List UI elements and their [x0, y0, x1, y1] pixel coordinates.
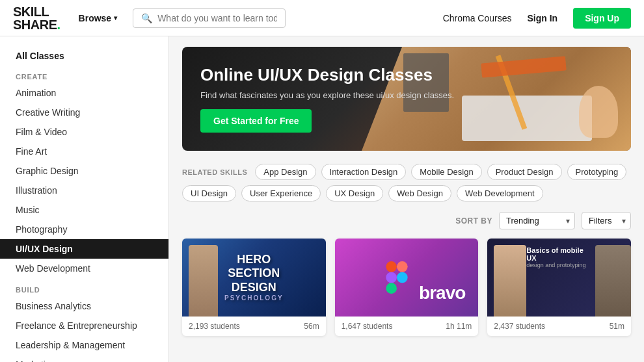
main-content: Online UI/UX Design Classes Find what fa… [169, 36, 644, 362]
signup-button[interactable]: Sign Up [573, 8, 631, 29]
signin-button[interactable]: Sign In [527, 13, 557, 23]
card-thumbnail-3: Basics of mobile UX design and prototypi… [487, 239, 631, 317]
svg-rect-3 [386, 283, 397, 294]
skill-tag-ux-design[interactable]: UX Design [326, 185, 383, 201]
sidebar-item-animation[interactable]: Animation [0, 83, 168, 103]
card-duration-2: 1h 11m [446, 322, 472, 331]
search-input[interactable] [157, 13, 277, 23]
sidebar-all-classes[interactable]: All Classes [0, 47, 168, 65]
course-card-1[interactable]: HERO SECTION DESIGN PSYCHOLOGY 2,193 stu… [182, 239, 326, 336]
hand-decoration [579, 86, 618, 138]
hero-content: Online UI/UX Design Classes Find what fa… [182, 52, 472, 146]
sidebar-item-business-analytics[interactable]: Business Analytics [0, 296, 168, 316]
filter-wrapper: Filters [582, 212, 631, 229]
card-students-3: 2,437 students [494, 322, 545, 331]
card-students-2: 1,647 students [342, 322, 393, 331]
hero-banner: Online UI/UX Design Classes Find what fa… [182, 47, 631, 151]
filter-select[interactable]: Filters [582, 212, 631, 229]
card-thumbnail-1: HERO SECTION DESIGN PSYCHOLOGY [182, 239, 326, 317]
related-skills-label: RELATED SKILLS [182, 168, 247, 176]
sort-row: SORT BY Trending Most Popular Newest Fil… [182, 212, 631, 229]
skill-tag-app-design[interactable]: App Design [255, 164, 315, 180]
chroma-courses-link[interactable]: Chroma Courses [443, 13, 512, 23]
skill-tag-mobile-design[interactable]: Mobile Design [411, 164, 481, 180]
card-text-overlay-3: Basics of mobile UX design and prototypi… [526, 246, 592, 268]
chevron-down-icon: ▾ [114, 14, 117, 21]
sidebar-item-freelance[interactable]: Freelance & Entrepreneurship [0, 316, 168, 335]
browse-button[interactable]: Browse ▾ [74, 10, 123, 26]
card-meta-3: 2,437 students 51m [487, 317, 631, 336]
card-thumbnail-2: bravo [335, 239, 479, 317]
sidebar-item-graphic-design[interactable]: Graphic Design [0, 161, 168, 181]
skill-tag-prototyping[interactable]: Prototyping [567, 164, 627, 180]
person-decoration-1 [189, 245, 218, 317]
sort-select[interactable]: Trending Most Popular Newest [499, 212, 575, 229]
sidebar: All Classes CREATE Animation Creative Wr… [0, 36, 169, 362]
person-decoration-3-right [595, 245, 631, 317]
search-icon: 🔍 [141, 13, 152, 23]
keyboard-decoration [462, 96, 592, 141]
main-layout: All Classes CREATE Animation Creative Wr… [0, 36, 644, 362]
skill-tag-product-design[interactable]: Product Design [487, 164, 562, 180]
search-bar: 🔍 [133, 8, 286, 28]
skill-tag-web-design[interactable]: Web Design [388, 185, 451, 201]
sidebar-item-marketing[interactable]: Marketing [0, 355, 168, 362]
logo-share: SHARE. [13, 18, 60, 31]
sidebar-item-uiux-design[interactable]: UI/UX Design [0, 239, 168, 259]
skill-tag-interaction-design[interactable]: Interaction Design [321, 164, 407, 180]
card-meta-2: 1,647 students 1h 11m [335, 317, 479, 336]
sort-wrapper: Trending Most Popular Newest [499, 212, 575, 229]
course-card-3[interactable]: Basics of mobile UX design and prototypi… [487, 239, 631, 336]
skill-tag-web-development[interactable]: Web Development [457, 185, 543, 201]
sidebar-item-web-development[interactable]: Web Development [0, 259, 168, 278]
svg-rect-2 [386, 272, 397, 283]
card-duration-3: 51m [610, 322, 624, 331]
card-students-1: 2,193 students [189, 322, 240, 331]
figma-icon [381, 261, 413, 294]
card-title-text-1: HERO SECTION DESIGN PSYCHOLOGY [224, 253, 284, 303]
svg-rect-1 [397, 261, 408, 272]
sidebar-section-create: CREATE [0, 65, 168, 83]
related-skills-row: RELATED SKILLS App Design Interaction De… [182, 164, 631, 201]
hero-cta-button[interactable]: Get Started for Free [200, 109, 312, 133]
hero-subtitle: Find what fascinates you as you explore … [200, 90, 454, 100]
skill-tag-ui-design[interactable]: UI Design [182, 185, 236, 201]
sidebar-item-leadership[interactable]: Leadership & Management [0, 335, 168, 355]
logo-skill: SKILL [13, 5, 60, 18]
skill-tag-user-experience[interactable]: User Experience [241, 185, 321, 201]
course-cards-row: HERO SECTION DESIGN PSYCHOLOGY 2,193 stu… [182, 239, 631, 336]
sidebar-item-creative-writing[interactable]: Creative Writing [0, 103, 168, 122]
bravo-text: bravo [419, 283, 465, 304]
header: SKILL SHARE. Browse ▾ 🔍 Chroma Courses S… [0, 0, 644, 36]
card-meta-1: 2,193 students 56m [182, 317, 326, 336]
sidebar-item-illustration[interactable]: Illustration [0, 181, 168, 200]
sidebar-item-film-video[interactable]: Film & Video [0, 122, 168, 142]
sidebar-section-build: BUILD [0, 278, 168, 296]
logo: SKILL SHARE. [13, 5, 60, 31]
sidebar-item-photography[interactable]: Photography [0, 220, 168, 239]
sidebar-item-fine-art[interactable]: Fine Art [0, 142, 168, 161]
card-duration-1: 56m [304, 322, 319, 331]
svg-rect-0 [386, 261, 397, 272]
hero-title: Online UI/UX Design Classes [200, 65, 454, 85]
sort-label: SORT BY [455, 216, 492, 226]
svg-point-4 [397, 272, 408, 283]
course-card-2[interactable]: bravo 1,647 students 1h 11m [335, 239, 479, 336]
sidebar-item-music[interactable]: Music [0, 200, 168, 220]
person-decoration-3-left [494, 245, 526, 317]
